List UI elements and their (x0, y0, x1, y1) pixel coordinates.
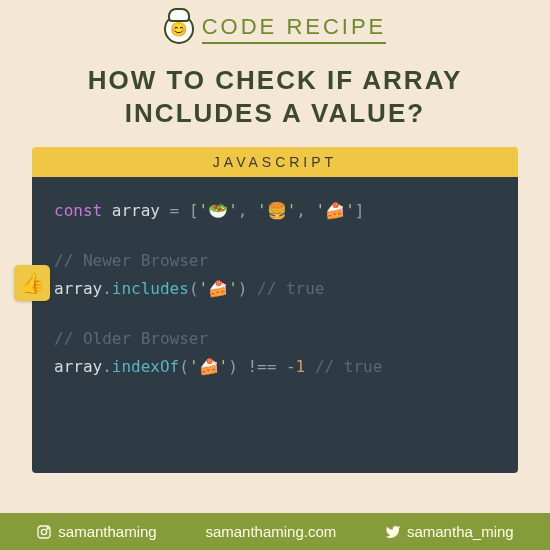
website-link[interactable]: samanthaming.com (205, 523, 336, 540)
instagram-link[interactable]: samanthaming (36, 523, 156, 540)
page-title: HOW TO CHECK IF ARRAY INCLUDES A VALUE? (30, 64, 520, 129)
brand-header: 😊 CODE RECIPE (0, 0, 550, 50)
comment-older: // Older Browser (54, 325, 496, 353)
thumbs-up-icon: 👍 (14, 265, 50, 301)
code-card: JAVASCRIPT 👍 const array = ['🥗', '🍔', '🍰… (32, 147, 518, 473)
chef-logo-icon: 😊 (164, 14, 194, 44)
code-newer-browser: // Newer Browser array.includes('🍰') // … (54, 247, 496, 303)
website-text: samanthaming.com (205, 523, 336, 540)
instagram-handle: samanthaming (58, 523, 156, 540)
svg-point-1 (42, 529, 47, 534)
comment-newer: // Newer Browser (54, 247, 496, 275)
instagram-icon (36, 524, 52, 540)
code-older-browser: // Older Browser array.indexOf('🍰') !== … (54, 325, 496, 381)
code-body: const array = ['🥗', '🍔', '🍰'] // Newer B… (32, 177, 518, 473)
twitter-icon (385, 524, 401, 540)
brand-title: CODE RECIPE (202, 14, 387, 44)
twitter-link[interactable]: samantha_ming (385, 523, 514, 540)
twitter-handle: samantha_ming (407, 523, 514, 540)
svg-point-2 (47, 527, 48, 528)
footer: samanthaming samanthaming.com samantha_m… (0, 513, 550, 550)
code-language-badge: JAVASCRIPT (32, 147, 518, 177)
code-declaration: const array = ['🥗', '🍔', '🍰'] (54, 197, 496, 225)
